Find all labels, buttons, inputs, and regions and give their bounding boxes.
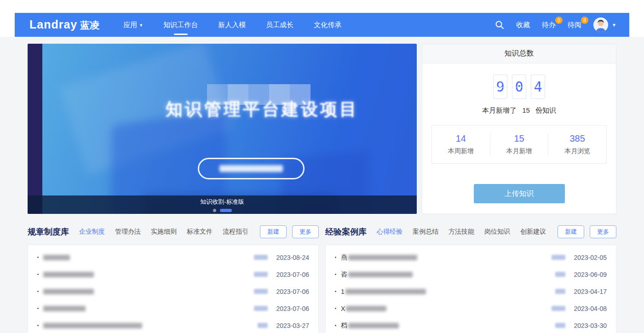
tab-case-summary[interactable]: 案例总结 (413, 228, 438, 236)
nav-item-apps[interactable]: 应用▼ (123, 21, 143, 29)
tab-innovation-suggestions[interactable]: 创新建议 (520, 228, 546, 236)
more-button[interactable]: 更多 (292, 225, 319, 238)
blurred-author (254, 272, 268, 277)
metric-label: 本周新增 (432, 147, 490, 155)
metric-value: 14 (432, 133, 490, 144)
tab-method-skills[interactable]: 方法技能 (448, 228, 474, 236)
list-item[interactable]: 咨 2023-06-09 (335, 266, 607, 283)
toread-link[interactable]: 待阅 8 (568, 21, 581, 29)
hero-banner[interactable]: 知识管理平台建设项目 知识收割-标准版 (28, 44, 417, 214)
user-menu[interactable]: ▼ (593, 17, 616, 32)
section-header: 经验案例库 心得经验 案例总结 方法技能 岗位知识 创新建议 新建 更多 (325, 225, 616, 239)
todo-count-badge: 0 (555, 17, 563, 24)
section-rules-library: 规章制度库 企业制度 管理办法 实施细则 标准文件 流程指引 新建 更多 (28, 225, 319, 333)
nav-item-label: 知识工作台 (163, 21, 198, 29)
banner-title: 知识管理平台建设项目 (133, 98, 391, 121)
total-digits: 9 0 4 (422, 75, 616, 99)
blurred-title (348, 255, 417, 260)
nav-item-label: 员工成长 (266, 21, 293, 29)
digit-box: 0 (512, 75, 526, 99)
blurred-title (43, 306, 86, 311)
banner-side-strip (28, 44, 42, 214)
todo-label: 待办 (542, 21, 556, 29)
item-date: 2023-07-06 (273, 271, 309, 278)
bullet-icon (335, 291, 336, 292)
toread-label: 待阅 (568, 21, 581, 29)
tab-standard-files[interactable]: 标准文件 (187, 228, 213, 236)
carousel-dot-active[interactable] (220, 209, 232, 212)
list-item[interactable]: 1 2023-04-17 (335, 283, 607, 300)
item-date: 2023-02-05 (571, 254, 607, 261)
nav-right: 收藏 待办 0 待阅 8 ▼ (495, 17, 616, 32)
search-icon[interactable] (495, 20, 504, 29)
bullet-icon (335, 274, 336, 275)
carousel-dots (28, 209, 417, 212)
blurred-author (555, 323, 565, 328)
item-date: 2023-04-17 (571, 288, 607, 295)
tab-implementation-rules[interactable]: 实施细则 (151, 228, 177, 236)
avatar (593, 17, 608, 32)
landray-logo[interactable]: Landray 蓝凌 (29, 18, 99, 32)
banner-pill-blurred-label (219, 165, 283, 172)
nav-item-culture[interactable]: 文化传承 (314, 21, 341, 29)
list-item[interactable]: 2023-08-24 (37, 249, 309, 266)
tab-position-knowledge[interactable]: 岗位知识 (484, 228, 510, 236)
new-button[interactable]: 新建 (260, 225, 287, 238)
metric-label: 本月浏览 (548, 147, 606, 155)
nav-item-employee-growth[interactable]: 员工成长 (266, 21, 293, 29)
nav-item-label: 应用 (123, 21, 137, 29)
favorites-link[interactable]: 收藏 (516, 21, 530, 29)
blurred-author (552, 255, 565, 260)
navbar: Landray 蓝凌 应用▼ 知识工作台 新人入模 员工成长 文化传承 (15, 13, 629, 37)
blurred-title (43, 255, 70, 260)
logo-cn: 蓝凌 (80, 19, 99, 32)
section-title[interactable]: 规章制度库 (28, 226, 69, 237)
blurred-author (555, 272, 565, 277)
knowledge-total-header: 知识总数 (422, 44, 616, 63)
list-item[interactable]: 2023-03-27 (37, 317, 309, 333)
list-item[interactable]: 2023-07-06 (37, 266, 309, 283)
blurred-author (258, 323, 268, 328)
banner-pill-button[interactable] (198, 158, 305, 179)
section-experience-library: 经验案例库 心得经验 案例总结 方法技能 岗位知识 创新建议 新建 更多 燕 (325, 225, 616, 333)
banner-illustration: 知识管理平台建设项目 (42, 44, 417, 214)
blurred-title (346, 306, 386, 311)
tab-process-guides[interactable]: 流程指引 (223, 228, 248, 236)
main-content: 知识管理平台建设项目 知识收割-标准版 知识总数 9 0 4 本 (0, 37, 644, 333)
section-tabs: 企业制度 管理办法 实施细则 标准文件 流程指引 (79, 228, 248, 236)
list-item[interactable]: 燕 2023-02-05 (335, 249, 607, 266)
section-title[interactable]: 经验案例库 (325, 226, 367, 237)
blurred-author (254, 289, 268, 294)
list-item[interactable]: 2023-07-06 (37, 300, 309, 317)
item-date: 2023-03-30 (571, 322, 607, 329)
item-date: 2023-07-06 (273, 305, 309, 312)
top-bar: Landray 蓝凌 应用▼ 知识工作台 新人入模 员工成长 文化传承 (0, 0, 644, 37)
list-item[interactable]: X 2023-04-08 (335, 300, 607, 317)
blurred-author (254, 306, 268, 311)
tab-management-methods[interactable]: 管理办法 (115, 228, 141, 236)
knowledge-total-card: 知识总数 9 0 4 本月新增了 15 份知识 14 本周新增 15 本月新增 (422, 44, 616, 214)
nav-item-label: 文化传承 (314, 21, 341, 29)
blurred-title (43, 289, 94, 294)
new-button[interactable]: 新建 (558, 225, 584, 238)
section-header: 规章制度库 企业制度 管理办法 实施细则 标准文件 流程指引 新建 更多 (28, 225, 319, 239)
bullet-icon (37, 325, 39, 326)
list-item[interactable]: 档 2023-03-30 (335, 317, 607, 333)
carousel-dot[interactable] (213, 209, 216, 212)
bullet-icon (37, 274, 39, 275)
todo-link[interactable]: 待办 0 (542, 21, 556, 29)
metric-month-views: 385 本月浏览 (548, 133, 606, 155)
bullet-icon (37, 257, 39, 258)
title-prefix: 燕 (341, 253, 347, 262)
more-button[interactable]: 更多 (590, 225, 616, 238)
chevron-down-icon: ▼ (139, 23, 143, 28)
metrics-box: 14 本周新增 15 本月新增 385 本月浏览 (431, 125, 607, 164)
metric-value: 15 (490, 133, 548, 144)
nav-item-knowledge-workbench[interactable]: 知识工作台 (163, 21, 198, 29)
tab-insights[interactable]: 心得经验 (377, 228, 402, 236)
nav-item-newcomer[interactable]: 新人入模 (218, 21, 246, 29)
rules-list: 2023-08-24 2023-07-06 2023-07-06 (28, 245, 319, 333)
list-item[interactable]: 2023-07-06 (37, 283, 309, 300)
tab-enterprise-rules[interactable]: 企业制度 (79, 228, 105, 236)
upload-knowledge-button[interactable]: 上传知识 (474, 184, 565, 203)
